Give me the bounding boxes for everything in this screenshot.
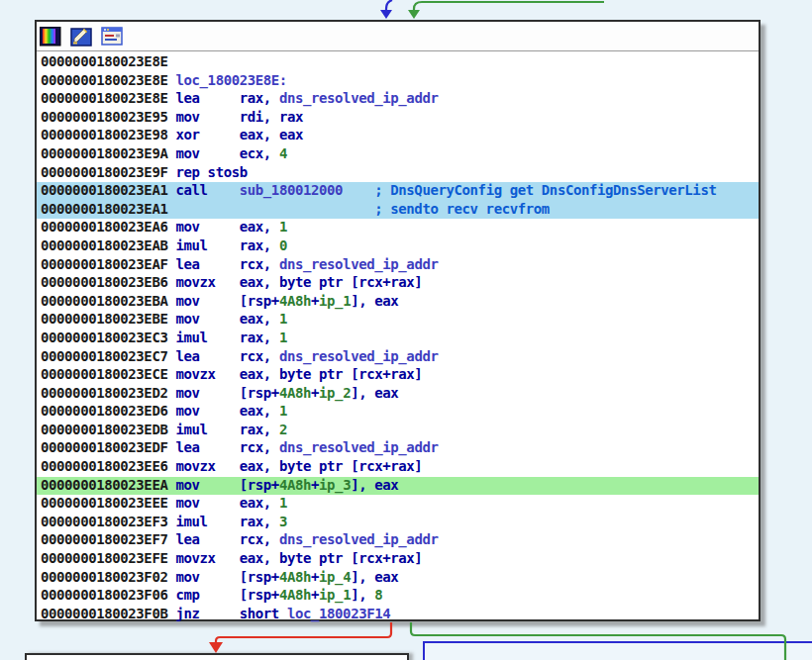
asm-line[interactable]: 0000000180023EBE mov eax, 1	[41, 311, 759, 330]
asm-token-mn: movzx	[176, 550, 240, 566]
asm-token-mn: lea	[176, 348, 240, 364]
asm-token-name: dns_resolved_ip_addr	[279, 348, 439, 364]
asm-line[interactable]: 0000000180023EA1 ; sendto recv recvfrom	[37, 201, 759, 220]
asm-token-addr: 0000000180023EB6	[41, 274, 176, 290]
asm-token-code: rax,	[240, 237, 279, 253]
asm-token-code: eax,	[240, 219, 279, 235]
asm-line[interactable]: 0000000180023EDF lea rcx, dns_resolved_i…	[41, 439, 759, 458]
asm-token-addr: 0000000180023E9F	[41, 164, 176, 180]
asm-line[interactable]: 0000000180023EA1 call sub_180012000 ; Dn…	[37, 182, 759, 201]
asm-token-addr: 0000000180023ED2	[41, 385, 176, 401]
successor-node-left[interactable]	[25, 653, 409, 660]
asm-line[interactable]: 0000000180023ED6 mov eax, 1	[41, 403, 759, 422]
asm-token-code: eax, eax	[240, 127, 303, 142]
asm-line[interactable]: 0000000180023EF7 lea rcx, dns_resolved_i…	[41, 531, 759, 550]
asm-line[interactable]: 0000000180023EEA mov [rsp+4A8h+ip_3], ea…	[37, 477, 759, 496]
successor-node-right[interactable]	[423, 641, 812, 660]
asm-token-code: ], eax	[351, 569, 398, 585]
asm-token-num: 0	[279, 237, 287, 253]
asm-token-mn: xor	[176, 127, 240, 142]
asm-token-addr: 0000000180023EAB	[41, 237, 176, 253]
asm-line[interactable]: 0000000180023E8E loc_180023E8E:	[41, 72, 759, 91]
asm-token-mn: movzx	[176, 458, 240, 474]
asm-line[interactable]: 0000000180023ED2 mov [rsp+4A8h+ip_2], ea…	[41, 385, 759, 404]
asm-token-num: ip_3	[319, 477, 351, 493]
asm-token-addr: 0000000180023EF7	[41, 531, 176, 547]
asm-line[interactable]: 0000000180023E8E lea rax, dns_resolved_i…	[41, 90, 759, 109]
asm-token-mn: cmp	[176, 587, 240, 603]
asm-line[interactable]: 0000000180023E8E	[41, 53, 759, 72]
asm-token-code: ], eax	[351, 385, 398, 401]
asm-line[interactable]: 0000000180023EFE movzx eax, byte ptr [rc…	[41, 550, 759, 569]
asm-token-addr: 0000000180023EC3	[41, 330, 176, 345]
asm-token-code: rax,	[240, 330, 279, 345]
basic-block-node[interactable]: 0000000180023E8E0000000180023E8E loc_180…	[35, 20, 761, 621]
asm-token-code: +	[311, 293, 319, 309]
asm-token-code: rcx,	[240, 531, 279, 547]
asm-line[interactable]: 0000000180023F0B jnz short loc_180023F14	[41, 606, 759, 624]
asm-line[interactable]: 0000000180023EF3 imul rax, 3	[41, 514, 759, 532]
asm-token-num: ip_1	[319, 293, 351, 309]
asm-token-num: 1	[279, 330, 287, 345]
node-color-icon[interactable]	[40, 27, 61, 47]
asm-token-addr: 0000000180023ED6	[41, 403, 176, 419]
asm-token-addr: 0000000180023EA1	[41, 182, 176, 198]
asm-token-num: ip_1	[319, 587, 351, 603]
asm-line[interactable]: 0000000180023EC3 imul rax, 1	[41, 330, 759, 348]
asm-token-code: eax, byte ptr [rcx+rax]	[240, 458, 423, 474]
asm-line[interactable]: 0000000180023E9A mov ecx, 4	[41, 145, 759, 164]
asm-line[interactable]: 0000000180023E95 mov rdi, rax	[41, 109, 759, 128]
asm-line[interactable]: 0000000180023EBA mov [rsp+4A8h+ip_1], ea…	[41, 293, 759, 312]
asm-line[interactable]: 0000000180023EE6 movzx eax, byte ptr [rc…	[41, 458, 759, 477]
asm-token-addr: 0000000180023E98	[41, 127, 176, 142]
asm-line[interactable]: 0000000180023ECE movzx eax, byte ptr [rc…	[41, 366, 759, 385]
asm-line[interactable]: 0000000180023EC7 lea rcx, dns_resolved_i…	[41, 348, 759, 367]
asm-token-num: 4A8h	[279, 477, 311, 493]
edge-in-blue	[380, 0, 392, 19]
asm-token-addr: 0000000180023EEA	[41, 477, 176, 493]
asm-token-addr: 0000000180023E95	[41, 109, 176, 125]
edit-node-icon[interactable]	[70, 27, 92, 47]
asm-line[interactable]: 0000000180023EDB imul rax, 2	[41, 422, 759, 440]
asm-token-addr: 0000000180023EDF	[41, 439, 176, 455]
asm-token-com: ; sendto recv recvfrom	[176, 201, 550, 217]
asm-token-code: eax,	[240, 403, 279, 419]
asm-token-mn: imul	[176, 514, 240, 529]
asm-token-mn: imul	[176, 422, 240, 437]
asm-token-addr: 0000000180023ECE	[41, 366, 176, 382]
asm-token-num: 3	[279, 514, 287, 529]
asm-line[interactable]: 0000000180023E98 xor eax, eax	[41, 127, 759, 145]
asm-token-code: [rsp+	[240, 477, 279, 493]
asm-token-code: ],	[351, 587, 374, 603]
asm-token-code: [rsp+	[240, 587, 279, 603]
asm-line[interactable]: 0000000180023F02 mov [rsp+4A8h+ip_4], ea…	[41, 569, 759, 588]
asm-token-addr: 0000000180023E8E	[41, 90, 176, 106]
asm-token-addr: 0000000180023EFE	[41, 550, 176, 566]
asm-line[interactable]: 0000000180023EAB imul rax, 0	[41, 237, 759, 256]
asm-line[interactable]: 0000000180023EAF lea rcx, dns_resolved_i…	[41, 256, 759, 275]
asm-line[interactable]: 0000000180023EB6 movzx eax, byte ptr [rc…	[41, 274, 759, 293]
asm-token-code: [rsp+	[240, 293, 279, 309]
asm-token-num: ip_4	[319, 569, 351, 585]
group-node-icon[interactable]	[101, 27, 123, 47]
asm-line[interactable]: 0000000180023F06 cmp [rsp+4A8h+ip_1], 8	[41, 587, 759, 606]
asm-token-mn: lea	[176, 531, 240, 547]
asm-token-code: eax, byte ptr [rcx+rax]	[240, 274, 423, 290]
asm-line[interactable]: 0000000180023E9F rep stosb	[41, 164, 759, 183]
edge-out-red-not-taken	[209, 622, 391, 653]
asm-token-name: dns_resolved_ip_addr	[279, 531, 439, 547]
asm-token-mn: call	[176, 182, 240, 198]
asm-token-num: 4A8h	[279, 569, 311, 585]
graph-view-background[interactable]: { "colors": { "bg": "#e9f3f9", "node-bg"…	[0, 0, 812, 660]
asm-token-code: eax,	[240, 495, 279, 511]
asm-token-num: 4A8h	[279, 293, 311, 309]
asm-line[interactable]: 0000000180023EEE mov eax, 1	[41, 495, 759, 514]
asm-token-addr: 0000000180023F02	[41, 569, 176, 585]
asm-line[interactable]: 0000000180023EA6 mov eax, 1	[41, 219, 759, 237]
asm-token-mn: mov	[176, 385, 240, 401]
asm-token-mn: mov	[176, 495, 240, 511]
asm-token-code: eax, byte ptr [rcx+rax]	[240, 550, 423, 566]
asm-token-code: +	[311, 587, 319, 603]
asm-token-mn: mov	[176, 403, 240, 419]
asm-token-code: ], eax	[351, 293, 398, 309]
